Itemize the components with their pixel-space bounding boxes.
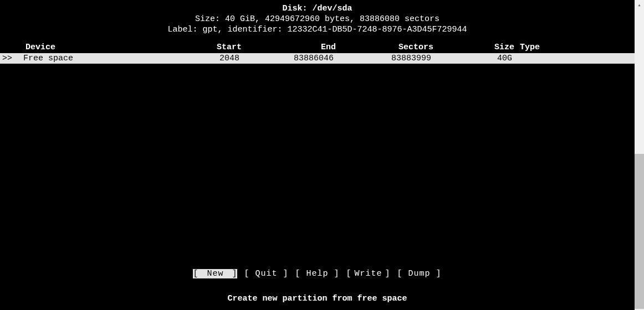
col-start-header: Start [176,43,242,52]
menu-help-button[interactable]: [Help] [292,269,343,278]
vertical-scrollbar[interactable]: ▴ [635,0,644,310]
row-end: 83886046 [239,54,334,63]
menu-new-button[interactable]: [New] [190,269,241,278]
row-sectors: 83883999 [334,54,431,63]
row-size: 40G [431,54,512,63]
scrollbar-thumb[interactable] [635,154,644,309]
partition-table: Device Start End Sectors Size Type >> Fr… [0,43,635,64]
row-start: 2048 [174,54,239,63]
menu-quit-button[interactable]: [Quit] [241,269,292,278]
disk-title: Disk: /dev/sda [0,3,635,14]
table-header-row: Device Start End Sectors Size Type [0,43,635,53]
action-hint: Create new partition from free space [0,294,635,303]
menu-dump-button[interactable]: [Dump] [394,269,445,278]
row-device: Free space [14,54,174,63]
col-sectors-header: Sectors [336,43,433,52]
disk-size-line: Size: 40 GiB, 42949672960 bytes, 8388608… [0,14,635,24]
disk-header: Disk: /dev/sda Size: 40 GiB, 42949672960… [0,3,635,35]
terminal-screen: Disk: /dev/sda Size: 40 GiB, 42949672960… [0,0,635,310]
col-end-header: End [242,43,336,52]
row-type [512,54,612,63]
disk-label-line: Label: gpt, identifier: 12332C41-DB5D-72… [0,24,635,35]
col-device-header: Device [2,43,176,52]
menu-write-button[interactable]: [Write] [343,269,394,278]
action-menu: [New] [Quit] [Help] [Write] [Dump] [0,269,635,278]
scrollbar-arrow-up-icon[interactable]: ▴ [635,0,644,9]
col-type-header: Type [514,43,614,52]
col-size-header: Size [433,43,514,52]
table-row[interactable]: >> Free space 2048 83886046 83883999 40G [0,53,635,64]
row-selection-marker: >> [0,54,14,63]
